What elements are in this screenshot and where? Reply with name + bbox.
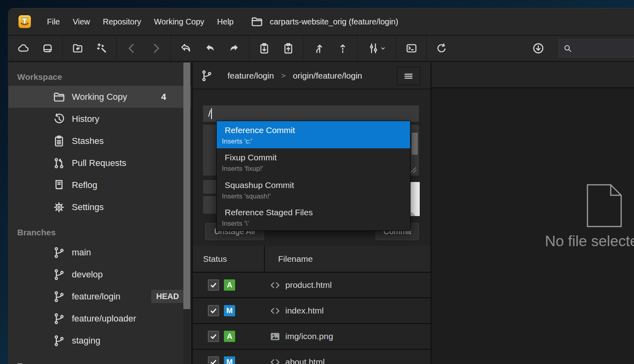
push-button[interactable] bbox=[278, 39, 298, 58]
discard-button[interactable] bbox=[176, 39, 196, 58]
menu-help[interactable]: Help bbox=[211, 17, 240, 26]
staged-checkbox[interactable] bbox=[208, 356, 219, 364]
autocomplete-item-title: Squashup Commit bbox=[222, 179, 410, 191]
commit-summary-input[interactable]: / bbox=[203, 105, 419, 122]
undo-button[interactable] bbox=[200, 39, 220, 58]
git-branch-icon bbox=[53, 268, 65, 281]
clipboard-down-icon bbox=[258, 42, 270, 55]
branch-options-button[interactable] bbox=[397, 67, 420, 85]
staged-checkbox[interactable] bbox=[208, 279, 219, 291]
current-branch[interactable]: feature/login bbox=[228, 71, 274, 81]
upstream-branch[interactable]: origin/feature/login bbox=[293, 71, 362, 81]
sidebar-item-stashes[interactable]: Stashes bbox=[8, 130, 191, 152]
init-repository-button[interactable] bbox=[67, 39, 87, 58]
status-badge: A bbox=[224, 331, 235, 342]
search-icon bbox=[563, 44, 573, 53]
status-badge: M bbox=[224, 356, 235, 364]
sidebar-scrollbar-thumb[interactable] bbox=[183, 63, 190, 309]
terminal-button[interactable] bbox=[401, 39, 421, 58]
rebase-button[interactable] bbox=[332, 39, 352, 58]
sidebar-item-pull-requests[interactable]: Pull Requests bbox=[8, 152, 191, 174]
compare-button[interactable] bbox=[362, 39, 391, 58]
sidebar-section-tags: Tags bbox=[8, 352, 191, 364]
sidebar-item-working-copy[interactable]: Working Copy 4 bbox=[8, 86, 191, 108]
sidebar-section-branches: Branches bbox=[8, 218, 191, 241]
open-local-button[interactable] bbox=[37, 39, 57, 58]
column-header-status[interactable]: Status bbox=[193, 254, 264, 264]
navigate-back-button[interactable] bbox=[122, 39, 142, 58]
navigate-forward-button[interactable] bbox=[146, 39, 166, 58]
toolbar bbox=[8, 36, 634, 62]
sidebar-item-branch-develop[interactable]: develop bbox=[8, 263, 191, 285]
autocomplete-item-reference-staged-files[interactable]: Reference Staged Files Inserts '\' bbox=[217, 203, 410, 231]
gear-icon bbox=[53, 201, 65, 214]
folder-icon bbox=[53, 91, 65, 103]
branch-chevron: > bbox=[281, 71, 286, 80]
check-icon bbox=[209, 332, 217, 340]
sidebar-item-branch-feature-uploader[interactable]: feature/uploader bbox=[8, 307, 191, 330]
pull-button[interactable] bbox=[254, 39, 274, 58]
sidebar-item-branch-main[interactable]: main bbox=[8, 241, 191, 263]
menu-working-copy[interactable]: Working Copy bbox=[148, 17, 211, 26]
check-icon bbox=[209, 281, 217, 289]
head-badge: HEAD bbox=[151, 290, 184, 303]
menu-view[interactable]: View bbox=[66, 17, 96, 26]
table-row[interactable]: M index.html bbox=[193, 298, 431, 324]
staged-checkbox[interactable] bbox=[208, 331, 219, 342]
branch-label: staging bbox=[72, 336, 100, 346]
autocomplete-item-subtitle: Inserts 'c:' bbox=[222, 136, 410, 146]
rebase-icon bbox=[336, 42, 349, 55]
text-cursor bbox=[211, 108, 212, 119]
resize-grip-icon[interactable] bbox=[409, 166, 417, 174]
menu-file[interactable]: File bbox=[41, 17, 66, 26]
table-row[interactable]: A img/icon.png bbox=[193, 324, 431, 350]
repo-title-chip: carparts-website_orig (feature/login) bbox=[250, 15, 398, 28]
column-header-filename[interactable]: Filename bbox=[264, 246, 431, 272]
magic-wand-button[interactable] bbox=[91, 39, 112, 58]
snippet-autocomplete-menu: Reference Commit Inserts 'c:' Fixup Comm… bbox=[216, 121, 410, 231]
redo-button[interactable] bbox=[224, 39, 244, 58]
menu-repository[interactable]: Repository bbox=[96, 17, 148, 26]
cloud-icon bbox=[17, 42, 30, 55]
branch-label: feature/login bbox=[72, 291, 120, 302]
working-copy-count-badge: 4 bbox=[161, 92, 166, 102]
commit-summary-value: / bbox=[208, 109, 211, 119]
sidebar-item-settings[interactable]: Settings bbox=[8, 196, 191, 218]
autocomplete-item-reference-commit[interactable]: Reference Commit Inserts 'c:' bbox=[217, 121, 410, 148]
sidebar-item-branch-feature-login[interactable]: feature/login HEAD bbox=[8, 285, 191, 307]
folder-icon bbox=[250, 15, 263, 28]
search-input[interactable] bbox=[573, 44, 625, 53]
sidebar-item-label: Settings bbox=[72, 202, 104, 212]
sidebar-item-branch-staging[interactable]: staging bbox=[8, 330, 191, 352]
content-area: Workspace Working Copy 4 History Stashes… bbox=[8, 63, 634, 364]
refresh-icon bbox=[435, 42, 448, 55]
table-row[interactable]: A product.html bbox=[193, 273, 431, 298]
merge-button[interactable] bbox=[308, 39, 328, 58]
chevron-right-icon bbox=[150, 42, 162, 55]
sidebar-scrollbar[interactable] bbox=[183, 63, 190, 364]
toolbar-search[interactable] bbox=[559, 39, 634, 57]
clone-remote-button[interactable] bbox=[13, 39, 33, 58]
filename: img/icon.png bbox=[285, 332, 333, 341]
app-icon bbox=[18, 15, 31, 28]
branch-label: main bbox=[72, 247, 91, 258]
desktop: { "menubar": { "app_icon": "sublime-merg… bbox=[0, 0, 634, 364]
git-branch-icon bbox=[53, 312, 65, 325]
sidebar-item-history[interactable]: History bbox=[8, 108, 191, 130]
chevron-down-icon bbox=[380, 45, 386, 52]
description-scrollbar-thumb[interactable] bbox=[412, 133, 418, 155]
fetch-button[interactable] bbox=[528, 39, 548, 58]
sidebar-item-reflog[interactable]: Reflog bbox=[8, 174, 191, 196]
staged-checkbox[interactable] bbox=[208, 305, 219, 316]
no-file-selected-text: No file selected bbox=[545, 233, 634, 250]
refresh-button[interactable] bbox=[431, 39, 451, 58]
compare-icon bbox=[367, 42, 380, 55]
autocomplete-item-fixup-commit[interactable]: Fixup Commit Inserts 'fixup!' bbox=[217, 148, 410, 176]
table-row[interactable]: M about.html bbox=[193, 350, 431, 364]
git-branch-icon bbox=[53, 290, 65, 303]
redo-icon bbox=[228, 42, 240, 55]
staged-files-table: Status Filename A product.html M index.h… bbox=[193, 246, 431, 364]
empty-document-icon bbox=[579, 182, 628, 230]
branch-header: feature/login > origin/feature/login bbox=[193, 63, 431, 89]
autocomplete-item-squashup-commit[interactable]: Squashup Commit Inserts 'squash!' bbox=[217, 176, 410, 203]
